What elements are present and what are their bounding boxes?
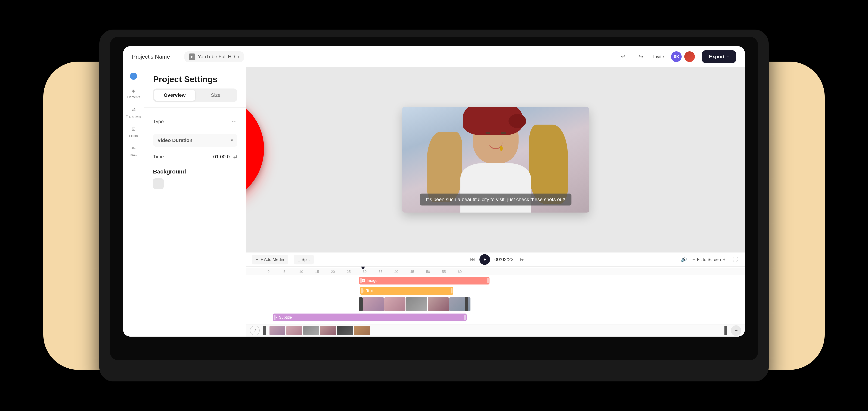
filters-label: Filters: [129, 134, 138, 138]
clip-image-icon: 🖼: [362, 279, 365, 283]
video-clip-handle-right[interactable]: [465, 297, 468, 311]
sidebar-item-filters[interactable]: ⊡ Filters: [126, 125, 141, 139]
clip-audio[interactable]: ♫ Audio: [273, 324, 477, 324]
filters-icon: ⊡: [130, 126, 137, 133]
time-value: 01:00.0: [167, 154, 230, 160]
sidebar-active-dot: [130, 73, 137, 80]
video-canvas: It's been such a beautiful city to visit…: [402, 107, 589, 212]
timeline-handle-right[interactable]: [724, 326, 727, 335]
clip-subtitle-handle-right[interactable]: [464, 315, 466, 320]
elements-label: Elements: [127, 95, 140, 99]
skip-forward-button[interactable]: ⏭: [520, 256, 525, 262]
skip-back-button[interactable]: ⏮: [470, 256, 475, 262]
time-swap-icon[interactable]: ⇄: [233, 154, 237, 160]
app-header: Project's Name ▶ YouTube Full HD ▾ ↩: [123, 46, 745, 67]
add-clip-button[interactable]: +: [731, 325, 741, 336]
track-audio-content: ♫ Audio: [264, 323, 745, 324]
beret-side: [508, 114, 526, 128]
track-image-content: 🖼 Image: [264, 276, 745, 285]
help-button[interactable]: ?: [250, 326, 259, 335]
panel-header: Project Settings Overview Size: [144, 67, 246, 107]
track-video: [246, 296, 745, 312]
zoom-in-icon[interactable]: +: [723, 257, 725, 262]
clip-text-label: Text: [366, 288, 373, 293]
sidebar-item-draw[interactable]: ✏ Draw: [126, 144, 141, 158]
type-edit-button[interactable]: ✏: [230, 118, 237, 125]
panel-title: Project Settings: [153, 74, 237, 84]
canvas-area: It's been such a beautiful city to visit…: [246, 67, 745, 337]
bottom-thumb-5: [337, 326, 353, 335]
tab-size[interactable]: Size: [195, 90, 236, 101]
youtube-logo: [246, 94, 264, 203]
play-button[interactable]: [479, 254, 490, 265]
playback-controls: ⏮ 00:02:23 ⏭: [470, 254, 525, 265]
format-icon: ▶: [189, 54, 195, 60]
background-color-swatch[interactable]: [153, 178, 164, 189]
video-thumb-1: [363, 297, 384, 311]
bottom-thumbs: [270, 326, 721, 335]
format-text: YouTube Full HD: [198, 54, 235, 60]
zoom-out-icon[interactable]: −: [692, 257, 695, 262]
fullscreen-button[interactable]: ⛶: [731, 255, 740, 264]
ruler-mark-15: 15: [315, 270, 319, 274]
add-media-button[interactable]: + + Add Media: [252, 254, 288, 265]
ruler-mark-55: 55: [442, 270, 446, 274]
track-video-content: [264, 296, 745, 312]
clip-text-handle-left[interactable]: [361, 288, 363, 294]
split-button[interactable]: ⌷ Split: [293, 254, 314, 265]
head-shape: [473, 110, 519, 163]
track-audio: ♫ Audio: [246, 323, 745, 324]
format-selector[interactable]: ▶ YouTube Full HD ▾: [184, 52, 244, 62]
playhead[interactable]: [363, 267, 363, 324]
plus-icon: +: [256, 257, 258, 262]
bottom-thumbnail-bar: ?: [246, 324, 745, 337]
clip-subtitle-handle-left[interactable]: [274, 315, 276, 320]
timeline-handle-left[interactable]: [263, 326, 266, 335]
subtitle-text: It's been such a beautiful city to visit…: [426, 197, 565, 202]
bottom-thumb-2: [286, 326, 302, 335]
clip-text-handle-right[interactable]: [451, 288, 453, 294]
app-container: Project's Name ▶ YouTube Full HD ▾ ↩: [123, 46, 745, 337]
earring: [500, 146, 503, 151]
laptop: Project's Name ▶ YouTube Full HD ▾ ↩: [99, 30, 769, 381]
track-subtitle-content: ≡ Subtitle: [264, 313, 745, 322]
chevron-down-icon: ▾: [238, 55, 239, 59]
video-clip-handle-left[interactable]: [359, 297, 363, 311]
clip-subtitle-label: Subtitle: [279, 315, 292, 320]
track-text: T Text: [246, 286, 745, 296]
duration-dropdown[interactable]: Video Duration ▾: [153, 134, 237, 147]
time-row: Time 01:00.0 ⇄: [153, 150, 237, 163]
bottom-thumb-4: [320, 326, 336, 335]
fit-to-screen-label[interactable]: Fit to Screen: [697, 257, 721, 262]
user-avatar: [684, 52, 695, 62]
ruler-mark-10: 10: [299, 270, 303, 274]
ruler-mark-30: 30: [363, 270, 367, 274]
clip-subtitle[interactable]: ≡ Subtitle: [273, 313, 467, 321]
draw-label: Draw: [130, 153, 137, 157]
laptop-screen: Project's Name ▶ YouTube Full HD ▾ ↩: [123, 46, 745, 337]
undo-button[interactable]: ↩: [618, 52, 628, 62]
tab-overview[interactable]: Overview: [154, 90, 195, 101]
background-label: Background: [153, 168, 186, 175]
ruler-mark-45: 45: [410, 270, 414, 274]
ruler-mark-50: 50: [426, 270, 430, 274]
time-label: Time: [153, 154, 164, 160]
clip-image[interactable]: 🖼 Image: [359, 277, 490, 284]
export-button[interactable]: Export ↑: [702, 50, 736, 63]
sidebar-item-elements[interactable]: ◈ Elements: [126, 86, 141, 100]
main-area: ◈ Elements ⇌ Transitions ⊡ Filters: [123, 67, 745, 337]
canvas-viewport: It's been such a beautiful city to visit…: [246, 67, 745, 252]
export-label: Export: [709, 54, 724, 60]
playback-time: 00:02:23: [494, 257, 516, 262]
clip-subtitle-icon: ≡: [276, 315, 278, 319]
scene: Project's Name ▶ YouTube Full HD ▾ ↩: [0, 0, 868, 411]
clip-text[interactable]: T Text: [360, 287, 454, 295]
volume-button[interactable]: 🔊: [681, 256, 687, 262]
split-label: ⌷ Split: [298, 257, 310, 262]
ruler-mark-60: 60: [458, 270, 462, 274]
clip-handle-left[interactable]: [360, 278, 362, 283]
sidebar-item-transitions[interactable]: ⇌ Transitions: [126, 105, 141, 119]
clip-handle-right[interactable]: [487, 278, 489, 283]
redo-button[interactable]: ↪: [636, 52, 646, 62]
bottom-thumb-6: [354, 326, 370, 335]
